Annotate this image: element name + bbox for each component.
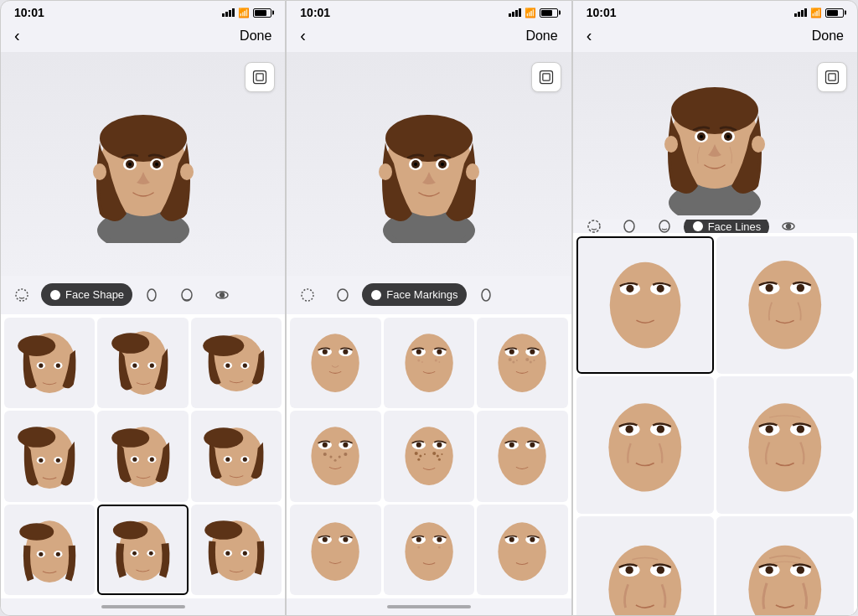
category-tabs-1: Face Shape	[1, 276, 285, 314]
svg-point-129	[405, 427, 452, 485]
svg-point-13	[93, 163, 106, 180]
svg-point-136	[424, 453, 426, 455]
svg-point-205	[608, 545, 681, 616]
battery-icon-2	[540, 8, 558, 18]
svg-point-184	[787, 225, 791, 229]
grid-cell-m4[interactable]	[384, 411, 474, 501]
tab-face-outline-3b[interactable]	[649, 220, 680, 233]
grid-cell-5[interactable]	[191, 411, 282, 501]
tab-face-markings-2[interactable]: Face Markings	[362, 283, 466, 306]
avatar-svg-1	[76, 84, 210, 243]
svg-point-17	[147, 289, 156, 301]
svg-point-89	[466, 163, 479, 180]
tab-ear-2[interactable]	[470, 282, 502, 308]
svg-point-6	[100, 115, 187, 162]
status-time-2: 10:01	[300, 6, 330, 19]
tab-nose-1[interactable]	[171, 282, 203, 308]
grid-cell-m8[interactable]	[477, 505, 567, 595]
nav-bar-1: ‹ Done	[1, 23, 285, 52]
svg-point-209	[657, 566, 664, 573]
svg-point-182	[693, 221, 703, 231]
svg-point-187	[626, 285, 633, 292]
svg-point-14	[180, 163, 194, 180]
svg-point-117	[530, 360, 532, 363]
phone-2: 10:01 📶 ‹ Done	[286, 0, 571, 616]
svg-point-68	[149, 551, 153, 556]
done-button-3[interactable]: Done	[812, 28, 844, 44]
grid-cell-m3[interactable]	[290, 411, 380, 501]
svg-point-140	[441, 453, 442, 455]
grid-cell-m0[interactable]	[290, 318, 380, 408]
tab-face-outline-3a[interactable]	[613, 220, 645, 233]
tab-face-markings-label-2: Face Markings	[386, 288, 457, 301]
svg-point-189	[656, 285, 664, 292]
emoji-icon-button-3[interactable]	[817, 62, 847, 92]
grid-cell-0[interactable]	[4, 318, 95, 408]
emoji-icon-button-2[interactable]	[531, 62, 561, 92]
tab-head-1[interactable]	[6, 282, 38, 308]
grid-cell-4[interactable]	[97, 411, 188, 501]
back-button-3[interactable]: ‹	[587, 26, 592, 45]
svg-point-28	[111, 333, 149, 354]
svg-point-20	[220, 292, 225, 297]
grid-cell-l1[interactable]	[716, 236, 854, 374]
grid-cell-6[interactable]	[4, 505, 95, 595]
svg-point-48	[132, 458, 137, 462]
svg-point-204	[797, 426, 804, 433]
svg-point-112	[530, 349, 535, 354]
svg-point-137	[417, 458, 420, 461]
grid-cell-l5[interactable]	[716, 516, 854, 616]
tab-head-2[interactable]	[292, 282, 323, 308]
tab-face-outline-2[interactable]	[327, 282, 359, 308]
emoji-icon-button-1[interactable]	[245, 62, 275, 92]
svg-point-156	[437, 536, 442, 541]
svg-point-170	[671, 87, 758, 134]
tab-ear-1[interactable]	[136, 282, 168, 308]
nav-bar-3: ‹ Done	[573, 23, 857, 52]
svg-point-134	[415, 452, 418, 455]
svg-point-152	[405, 522, 452, 581]
grid-cell-2[interactable]	[191, 318, 282, 408]
svg-point-81	[385, 115, 473, 162]
svg-point-127	[344, 453, 348, 456]
tab-face-shape-1[interactable]: Face Shape	[41, 283, 132, 306]
grid-cell-l3[interactable]	[716, 376, 854, 514]
svg-point-38	[243, 363, 247, 367]
svg-point-64	[113, 521, 147, 540]
done-button-2[interactable]: Done	[525, 28, 557, 44]
svg-point-46	[111, 429, 149, 448]
grid-cell-8[interactable]	[191, 505, 282, 595]
svg-point-207	[625, 566, 633, 573]
grid-cell-l2[interactable]	[576, 376, 714, 514]
grid-cell-l0[interactable]	[576, 236, 714, 374]
back-button-2[interactable]: ‹	[300, 26, 306, 45]
grid-cell-m1[interactable]	[384, 318, 474, 408]
grid-cell-3[interactable]	[4, 411, 95, 501]
tab-hand-3[interactable]	[578, 220, 610, 233]
category-tabs-3: Face Lines	[573, 220, 857, 233]
svg-point-176	[726, 135, 730, 138]
tab-face-lines-3[interactable]: Face Lines	[684, 220, 770, 233]
svg-point-133	[437, 443, 442, 448]
done-button-1[interactable]: Done	[240, 28, 271, 44]
tab-eye-1[interactable]	[206, 282, 238, 308]
grid-cell-m6[interactable]	[290, 505, 380, 595]
back-button-1[interactable]: ‹	[14, 26, 20, 45]
home-indicator-1	[1, 598, 285, 615]
status-bar-1: 10:01 📶	[1, 1, 285, 23]
svg-point-163	[530, 536, 535, 541]
category-tabs-2: Face Markings	[287, 276, 571, 314]
grid-cell-l4[interactable]	[576, 516, 714, 616]
grid-cell-1[interactable]	[97, 318, 188, 408]
grid-cell-m2[interactable]	[477, 318, 567, 408]
grid-cell-m7[interactable]	[384, 505, 474, 595]
tab-face-lines-label-3: Face Lines	[708, 220, 762, 233]
signal-icon-2	[509, 8, 521, 17]
svg-point-84	[414, 163, 417, 166]
svg-point-32	[149, 363, 153, 367]
grid-cell-7[interactable]	[97, 505, 188, 595]
grid-cell-m5[interactable]	[477, 411, 567, 501]
tab-eye-3[interactable]	[773, 220, 804, 233]
svg-point-185	[609, 262, 680, 349]
battery-icon-3	[825, 8, 844, 18]
